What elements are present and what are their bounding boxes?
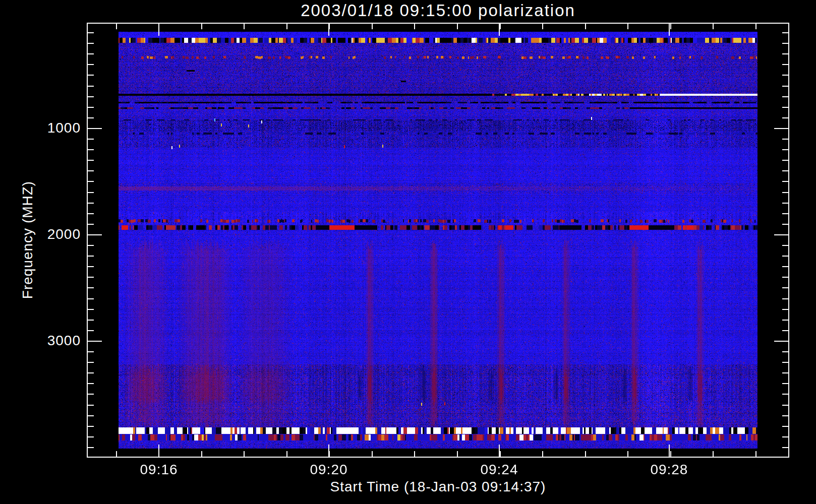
x-tick-label: 09:24 [459,462,540,478]
y-tick [87,213,94,214]
y-tick [782,75,789,76]
y-tick [87,436,94,437]
x-tick-label: 09:28 [629,462,710,478]
y-tick [87,362,94,363]
y-tick [87,330,94,331]
y-tick [87,298,94,299]
plot-frame [87,23,789,458]
y-tick-label: 3000 [15,333,81,349]
y-tick [782,203,789,204]
x-tick [116,451,117,458]
x-tick [627,451,628,458]
x-tick [499,23,500,36]
y-tick [782,277,789,278]
x-tick [414,23,415,29]
y-tick [87,75,94,76]
y-tick [774,341,789,342]
y-tick [87,64,94,65]
y-tick [87,117,94,118]
y-tick [87,86,94,87]
y-tick [782,415,789,416]
y-tick [782,107,789,108]
x-tick [669,445,670,458]
y-tick [87,394,94,395]
x-tick [542,23,543,29]
y-tick [87,383,94,384]
y-tick [774,234,789,235]
y-tick [782,256,789,257]
y-tick [782,170,789,171]
y-tick [87,203,94,204]
x-tick [457,451,458,458]
x-axis-label: Start Time (18-Jan-03 09:14:37) [87,479,789,495]
y-tick [782,309,789,310]
y-tick [782,426,789,427]
y-tick [782,447,789,448]
y-tick [87,320,94,321]
y-tick [782,86,789,87]
x-tick [755,451,756,458]
y-tick [782,160,789,161]
spectrogram-page: 2003/01/18 09:15:00 polarization Frequen… [0,0,816,504]
x-tick [713,451,714,458]
x-tick [755,23,756,29]
x-tick [585,23,586,29]
y-tick-label: 1000 [15,120,81,136]
y-tick [87,32,94,33]
x-tick [201,451,202,458]
x-tick [158,23,159,36]
x-tick [372,23,373,29]
y-tick [87,224,94,225]
y-tick [782,245,789,246]
y-tick [782,436,789,437]
y-tick [782,320,789,321]
y-tick [87,160,94,161]
y-tick [782,213,789,214]
x-tick [286,23,287,29]
y-tick [782,224,789,225]
y-tick [87,234,102,235]
x-tick [627,23,628,29]
y-tick [87,43,94,44]
y-tick [782,287,789,288]
x-tick [201,23,202,29]
y-tick [782,192,789,193]
y-tick [782,117,789,118]
y-tick [782,394,789,395]
y-tick [782,362,789,363]
y-tick [87,405,94,406]
y-tick [87,287,94,288]
x-tick [585,451,586,458]
y-tick [87,128,102,129]
y-tick [87,415,94,416]
x-tick [542,451,543,458]
y-tick [87,351,94,352]
y-tick [87,245,94,246]
y-tick [782,330,789,331]
y-tick [87,256,94,257]
y-tick [87,96,94,97]
x-tick [372,451,373,458]
y-tick [782,351,789,352]
y-tick [87,277,94,278]
y-tick [782,149,789,150]
y-tick [782,383,789,384]
y-tick [782,266,789,267]
x-tick [670,23,671,29]
y-tick [87,139,94,140]
y-tick [774,128,789,129]
x-tick-label: 09:20 [288,462,369,478]
y-tick [87,426,94,427]
y-tick [87,266,94,267]
y-tick [782,64,789,65]
y-tick [782,96,789,97]
chart-title: 2003/01/18 09:15:00 polarization [87,1,789,20]
y-tick [87,107,94,108]
y-tick-label: 2000 [15,226,81,242]
y-tick [87,309,94,310]
y-tick [782,32,789,33]
x-tick [286,451,287,458]
y-tick [87,149,94,150]
y-tick [87,170,94,171]
y-tick [782,53,789,54]
